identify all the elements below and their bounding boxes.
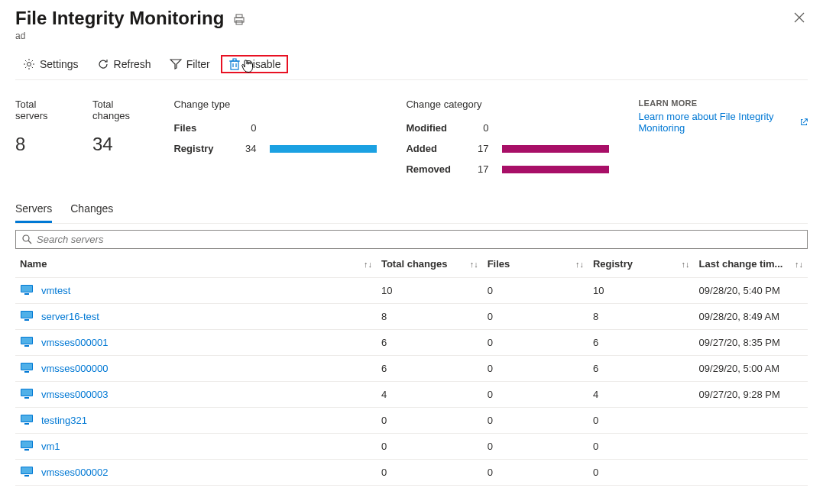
removed-label: Removed [406,163,459,175]
total-changes-label: Total changes [92,99,145,121]
svg-rect-25 [21,415,32,422]
table-row[interactable]: vmsses00000160609/27/20, 8:35 PM [15,330,808,356]
vm-icon [20,362,34,375]
files-bar [270,124,377,132]
sort-icon: ↑↓ [682,260,690,269]
server-link[interactable]: vmsses000002 [41,467,108,478]
tab-servers[interactable]: Servers [15,196,52,223]
disable-button[interactable]: Disable [221,55,289,73]
tab-changes[interactable]: Changes [70,196,113,223]
cell-last-change [695,460,808,486]
close-button[interactable] [791,8,808,30]
cell-files: 0 [483,356,588,382]
cell-files: 0 [483,330,588,356]
page-title: File Integrity Monitoring [15,8,224,29]
change-type-label: Change type [173,99,377,110]
svg-rect-19 [21,363,32,370]
vm-icon [20,388,34,401]
learn-more-header: LEARN MORE [638,99,808,108]
settings-button[interactable]: Settings [15,55,86,73]
learn-more-link[interactable]: Learn more about File Integrity Monitori… [638,111,808,134]
sort-icon: ↑↓ [470,260,478,269]
col-last-change[interactable]: Last change tim...↑↓ [695,250,808,278]
cell-files: 0 [483,460,588,486]
added-value: 17 [473,143,488,154]
search-input[interactable] [37,234,801,245]
svg-line-8 [28,241,31,244]
filter-label: Filter [186,58,210,70]
table-row[interactable]: vmsses00000060609/29/20, 5:00 AM [15,356,808,382]
table-row[interactable]: server16-test80809/28/20, 8:49 AM [15,304,808,330]
files-value: 0 [241,122,256,134]
cell-last-change [695,434,808,460]
svg-rect-6 [231,61,238,69]
col-files[interactable]: Files↑↓ [483,250,588,278]
cell-last-change: 09/28/20, 8:49 AM [695,304,808,330]
svg-rect-22 [21,389,32,396]
svg-rect-32 [24,475,29,477]
svg-rect-11 [24,293,29,295]
modified-label: Modified [406,122,459,134]
cell-total-changes: 4 [377,382,483,408]
server-link[interactable]: server16-test [41,311,99,322]
server-link[interactable]: vmtest [41,285,70,296]
table-row[interactable]: vmsses00000340409/27/20, 9:28 PM [15,382,808,408]
disable-label: Disable [245,58,281,70]
svg-rect-10 [21,286,32,292]
server-link[interactable]: testing321 [41,415,87,426]
svg-rect-31 [21,467,32,473]
table-row[interactable]: vmsses000002000 [15,460,808,486]
svg-point-7 [23,235,29,241]
cell-files: 0 [483,382,588,408]
cell-registry: 8 [588,304,695,330]
cell-last-change: 09/28/20, 5:40 PM [695,278,808,304]
settings-label: Settings [40,58,79,70]
sort-icon: ↑↓ [795,260,803,269]
server-link[interactable]: vmsses000003 [41,389,108,400]
total-servers-label: Total servers [15,99,63,121]
cell-files: 0 [483,304,588,330]
cell-total-changes: 6 [377,330,483,356]
change-category-label: Change category [406,99,609,110]
vm-icon [20,284,34,297]
col-registry[interactable]: Registry↑↓ [588,250,695,278]
vm-icon [20,414,34,427]
modified-value: 0 [473,122,488,134]
cell-files: 0 [483,434,588,460]
filter-button[interactable]: Filter [162,55,218,73]
total-servers-value: 8 [15,134,63,155]
external-link-icon [800,118,808,127]
files-label: Files [173,122,227,134]
svg-rect-16 [21,338,32,344]
col-name[interactable]: Name↑↓ [15,250,377,278]
learn-more-text: Learn more about File Integrity Monitori… [638,111,795,134]
sort-icon: ↑↓ [364,260,372,269]
server-link[interactable]: vmsses000001 [41,337,108,348]
cell-total-changes: 8 [377,304,483,330]
table-row[interactable]: testing321000 [15,408,808,434]
svg-rect-28 [21,441,32,447]
refresh-button[interactable]: Refresh [89,55,159,73]
table-row[interactable]: vmtest1001009/28/20, 5:40 PM [15,278,808,304]
sort-icon: ↑↓ [575,260,584,269]
print-icon[interactable] [233,14,245,28]
search-icon [22,234,32,244]
vm-icon [20,336,34,349]
cell-last-change [695,408,808,434]
subtitle: ad [15,31,245,41]
search-box[interactable] [15,230,808,249]
svg-rect-13 [21,312,32,318]
col-total-changes[interactable]: Total changes↑↓ [377,250,483,278]
table-row[interactable]: vm1000 [15,434,808,460]
server-link[interactable]: vmsses000000 [41,363,108,374]
cell-registry: 10 [588,278,695,304]
svg-point-5 [28,63,31,66]
cell-total-changes: 0 [377,408,483,434]
registry-label: Registry [173,143,227,154]
server-link[interactable]: vm1 [41,441,60,452]
total-changes-value: 34 [92,134,145,155]
cell-total-changes: 6 [377,356,483,382]
cell-registry: 0 [588,434,695,460]
cell-registry: 6 [588,330,695,356]
servers-table: Name↑↓ Total changes↑↓ Files↑↓ Registry↑… [15,250,808,486]
